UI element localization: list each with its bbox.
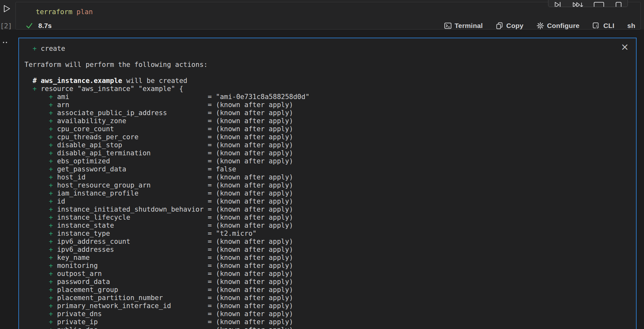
plan-line: + ami = "ami-0e731c8a588258d0d" bbox=[24, 93, 617, 101]
plan-line: + ipv6_address_count = (known after appl… bbox=[24, 238, 617, 246]
plan-line: + create bbox=[24, 45, 617, 53]
configure-button[interactable]: Configure bbox=[536, 22, 580, 30]
plan-line: + instance_initiated_shutdown_behavior =… bbox=[24, 206, 617, 214]
play-outline-icon bbox=[3, 5, 11, 13]
hover-toolbar bbox=[548, 0, 628, 7]
plan-line: + public_dns = (known after apply) bbox=[24, 326, 617, 329]
plan-output-panel: × + createTerraform will perform the fol… bbox=[18, 38, 637, 329]
close-icon[interactable]: × bbox=[621, 42, 629, 52]
plan-line: + disable_api_stop = (known after apply) bbox=[24, 141, 617, 149]
plan-line: + key_name = (known after apply) bbox=[24, 254, 617, 262]
plan-line: + password_data = (known after apply) bbox=[24, 278, 617, 286]
plan-line: + arn = (known after apply) bbox=[24, 101, 617, 109]
plan-line: + outpost_arn = (known after apply) bbox=[24, 270, 617, 278]
shell-type-label: sh bbox=[627, 22, 635, 30]
configure-button-label: Configure bbox=[547, 22, 580, 30]
shell-type-button[interactable]: sh bbox=[627, 22, 635, 30]
command-cell-strip: [2] terraform plan 8.7s Terminal bbox=[0, 0, 644, 30]
plan-line: + placement_group = (known after apply) bbox=[24, 286, 617, 294]
command-text: terraform plan bbox=[36, 7, 93, 16]
plan-line bbox=[24, 53, 617, 61]
plan-line: + primary_network_interface_id = (known … bbox=[24, 302, 617, 310]
plan-line: + ipv6_addresses = (known after apply) bbox=[24, 246, 617, 254]
run-cell-button[interactable] bbox=[3, 5, 11, 13]
execution-count: [2] bbox=[0, 22, 15, 30]
duration-label: 8.7s bbox=[38, 22, 52, 30]
fast-forward-icon[interactable] bbox=[572, 1, 583, 7]
plan-line: + resource "aws_instance" "example" { bbox=[24, 85, 617, 93]
plan-line: + cpu_threads_per_core = (known after ap… bbox=[24, 133, 617, 141]
plan-line: + host_id = (known after apply) bbox=[24, 173, 617, 181]
copy-button[interactable]: Copy bbox=[496, 22, 523, 30]
plan-line bbox=[24, 69, 617, 77]
plan-line: + instance_type = "t2.micro" bbox=[24, 230, 617, 238]
command-program: terraform bbox=[36, 8, 72, 16]
plan-line: + instance_state = (known after apply) bbox=[24, 222, 617, 230]
plan-line: + cpu_core_count = (known after apply) bbox=[24, 125, 617, 133]
gear-icon bbox=[536, 22, 544, 30]
command-argument: plan bbox=[76, 8, 93, 16]
panel-icon[interactable] bbox=[593, 1, 604, 7]
plan-line: + id = (known after apply) bbox=[24, 197, 617, 206]
plan-line: + placement_partition_number = (known af… bbox=[24, 294, 617, 302]
terminal-button-label: Terminal bbox=[455, 22, 483, 30]
plan-line: + private_dns = (known after apply) bbox=[24, 310, 617, 318]
plan-line: # aws_instance.example will be created bbox=[24, 77, 617, 85]
copy-button-label: Copy bbox=[506, 22, 523, 30]
plan-line: + get_password_data = false bbox=[24, 165, 617, 173]
terminal-button[interactable]: Terminal bbox=[444, 22, 483, 30]
plan-line: + ebs_optimized = (known after apply) bbox=[24, 157, 617, 165]
play-icon[interactable] bbox=[554, 1, 562, 7]
plan-line: + private_ip = (known after apply) bbox=[24, 318, 617, 326]
arrow-down-icon bbox=[581, 3, 583, 7]
cli-button[interactable]: CLI bbox=[592, 22, 614, 30]
plan-line: + instance_lifecycle = (known after appl… bbox=[24, 214, 617, 222]
plan-line: + associate_public_ip_address = (known a… bbox=[24, 109, 617, 117]
collapse-output-toggle[interactable] bbox=[3, 40, 13, 45]
plan-line: + monitoring = (known after apply) bbox=[24, 262, 617, 270]
command-cell: terraform plan 8.7s Terminal bbox=[15, 2, 641, 30]
cli-button-label: CLI bbox=[603, 22, 614, 30]
plan-output-text: + createTerraform will perform the follo… bbox=[19, 38, 617, 329]
plan-line: + host_resource_group_arn = (known after… bbox=[24, 181, 617, 189]
terminal-icon bbox=[444, 22, 452, 30]
plan-line: + availability_zone = (known after apply… bbox=[24, 117, 617, 125]
check-icon bbox=[25, 22, 33, 30]
copy-icon bbox=[496, 22, 503, 30]
cell-actions: Terminal Copy bbox=[444, 21, 635, 31]
plan-line: + iam_instance_profile = (known after ap… bbox=[24, 189, 617, 197]
square-icon[interactable] bbox=[615, 1, 622, 7]
plan-line: Terraform will perform the following act… bbox=[24, 61, 617, 69]
plan-line: + disable_api_termination = (known after… bbox=[24, 149, 617, 157]
status-row: 8.7s bbox=[25, 22, 52, 30]
cli-zap-icon bbox=[592, 22, 601, 30]
